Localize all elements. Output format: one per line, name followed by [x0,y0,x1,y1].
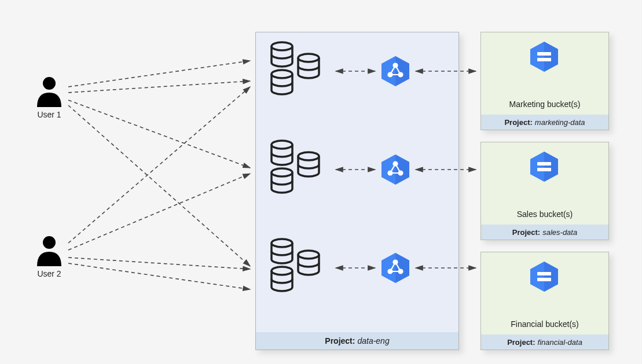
user-2-label: User 2 [26,269,72,278]
bucket-sales-footer: Project: sales-data [481,225,608,240]
bucket-financial-footer: Project: financial-data [481,334,608,350]
db-cluster-2 [263,139,327,197]
dataproc-icon-3 [379,252,412,284]
svg-rect-32 [537,162,551,166]
db-cluster-3 [263,237,327,295]
svg-rect-33 [537,168,551,171]
svg-marker-17 [395,155,409,185]
bucket-marketing-prefix: Project: [504,118,532,127]
svg-point-9 [298,251,319,259]
svg-point-5 [272,141,292,149]
dataproc-icon-1 [379,55,412,87]
svg-point-1 [43,236,56,249]
svg-line-42 [68,87,250,243]
svg-point-7 [272,168,292,177]
bucket-marketing-name: marketing-data [535,118,585,127]
project-label-name: data-eng [357,336,389,345]
dataproc-icon-2 [379,153,412,186]
svg-rect-37 [537,278,551,281]
project-label-prefix: Project: [325,336,355,345]
bucket-sales-prefix: Project: [512,228,540,237]
svg-point-2 [272,42,292,50]
bucket-financial-name: financial-data [538,338,582,347]
svg-line-41 [68,105,250,266]
svg-point-8 [272,239,292,247]
storage-icon-financial [528,260,560,293]
svg-marker-12 [395,56,409,86]
diagram-canvas: Project: data-eng Marketing bucket(s) Pr… [0,0,642,364]
bucket-sales-name: sales-data [542,228,577,237]
svg-line-40 [68,100,250,168]
svg-marker-31 [544,152,558,182]
svg-line-38 [68,61,250,87]
svg-point-0 [43,77,56,90]
svg-rect-29 [537,58,551,61]
bucket-financial-prefix: Project: [507,338,535,347]
svg-marker-35 [544,262,558,292]
svg-line-45 [68,263,250,289]
svg-point-3 [298,54,319,62]
storage-icon-sales [528,150,560,183]
user-icon-2 [35,234,64,266]
bucket-marketing-title: Marketing bucket(s) [481,96,608,112]
svg-marker-27 [544,42,558,72]
user-icon-1 [35,75,64,107]
svg-line-43 [68,174,250,250]
svg-rect-28 [537,52,551,56]
svg-rect-36 [537,272,551,275]
svg-point-4 [272,70,292,78]
user-1-label: User 1 [26,110,72,119]
bucket-financial-title: Financial bucket(s) [481,316,608,332]
bucket-marketing-footer: Project: marketing-data [481,115,608,130]
bucket-sales-title: Sales bucket(s) [481,206,608,222]
db-cluster-1 [263,41,327,98]
svg-marker-22 [395,253,409,283]
svg-point-10 [272,267,292,275]
svg-line-44 [68,258,250,269]
svg-line-39 [68,81,250,93]
svg-point-6 [298,152,319,160]
storage-icon-marketing [528,41,560,73]
project-data-eng-footer: Project: data-eng [256,332,458,350]
